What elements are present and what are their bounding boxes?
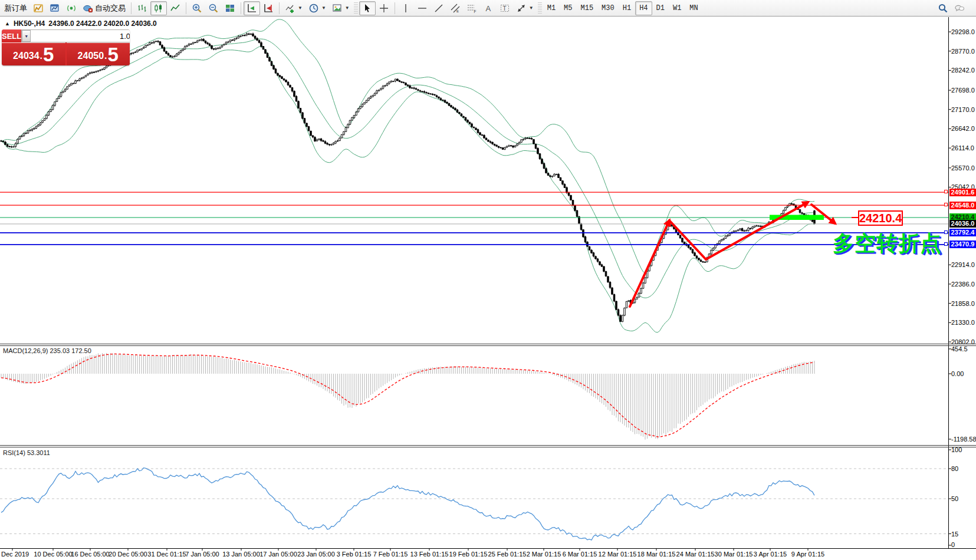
sell-price-pips: 5 [43, 46, 54, 64]
rsi-tick-label: 15 [951, 531, 958, 538]
order-line-label: 24901.6 [949, 189, 976, 196]
price-tick-label: 22914.0 [951, 261, 975, 269]
volume-input[interactable] [31, 30, 130, 42]
time-tick-label: 12 Mar 01:15 [599, 551, 637, 558]
time-tick-label: 23 Jan 05:00 [297, 551, 335, 558]
time-tick-label: 24 Mar 01:15 [676, 551, 715, 558]
rsi-tick-label: 80 [951, 465, 958, 473]
symbol-timeframe-label: HK50-,H4 [14, 19, 45, 28]
price-tick-label: 21330.0 [951, 319, 975, 327]
sell-price-tile[interactable]: 24034 . 5 [2, 42, 65, 65]
one-click-trading-panel: SELL ▼ ▲ BUY 24034 . 5 24050 . 5 [2, 29, 130, 65]
time-tick-label: 16 Dec 05:00 [71, 551, 109, 558]
order-line-label: 23792.4 [949, 229, 976, 236]
price-tick-label: 27698.0 [951, 87, 975, 94]
volume-stepper: ▼ ▲ [21, 29, 130, 42]
sell-price-main: 24034 [13, 48, 40, 64]
macd-tick-label: 454.5 [951, 345, 968, 353]
time-tick-label: 31 Dec 01:15 [147, 551, 186, 558]
chart-canvas[interactable] [0, 0, 976, 560]
price-tick-label: 21858.0 [951, 300, 975, 308]
order-line-label: 24036.0 [949, 220, 976, 228]
buy-price-tile[interactable]: 24050 . 5 [67, 42, 130, 65]
buy-price-pips: 5 [108, 46, 119, 64]
time-tick-label: 3 Feb 01:15 [337, 551, 372, 558]
sell-price-dot: . [40, 48, 42, 64]
order-line-anchor-icon[interactable] [944, 242, 948, 246]
price-tick-label: 26642.0 [951, 125, 975, 133]
time-tick-label: 6 Mar 01:15 [563, 551, 597, 558]
price-tick-label: 27170.0 [951, 106, 975, 114]
chart-window-title[interactable]: ▲ HK50-,H4 24396.0 24422.0 24020.0 24036… [5, 19, 157, 28]
time-tick-label: 13 Feb 01:15 [410, 551, 449, 558]
time-tick-label: 17 Jan 05:00 [259, 551, 297, 558]
order-line-anchor-icon[interactable] [944, 190, 948, 193]
rsi-tick-label: 0 [951, 541, 955, 549]
chart-area: ▲ HK50-,H4 24396.0 24422.0 24020.0 24036… [0, 17, 976, 560]
time-tick-label: 4 Dec 2019 [0, 551, 29, 558]
price-tick-label: 25570.0 [951, 164, 975, 172]
price-tick-label: 22386.0 [951, 281, 975, 288]
buy-price-dot: . [104, 48, 107, 64]
time-tick-label: 10 Dec 05:00 [34, 551, 72, 558]
time-tick-label: 19 Feb 01:15 [449, 551, 488, 558]
time-tick-label: 30 Mar 01:15 [715, 551, 753, 558]
order-line-anchor-icon[interactable] [944, 203, 948, 206]
time-tick-label: 20 Dec 05:00 [109, 551, 147, 558]
price-callout-box[interactable]: 24210.4 [858, 210, 903, 226]
price-tick-label: 28770.0 [951, 48, 975, 55]
ohlc-values: 24396.0 24422.0 24020.0 24036.0 [48, 19, 157, 28]
macd-tick-label: -1198.58 [951, 436, 976, 443]
price-tick-label: 28242.0 [951, 67, 975, 74]
rsi-indicator-label: RSI(14) 53.3011 [3, 449, 50, 456]
time-tick-label: 3 Apr 01:15 [754, 551, 787, 558]
price-tick-label: 29298.0 [951, 28, 975, 36]
order-line-anchor-icon[interactable] [944, 230, 948, 234]
time-tick-label: 2 Mar 01:15 [527, 551, 561, 558]
time-tick-label: 18 Mar 01:15 [637, 551, 676, 558]
time-tick-label: 25 Feb 01:15 [488, 551, 527, 558]
macd-tick-label: 0.00 [951, 370, 964, 378]
price-tick-label: 26114.0 [951, 144, 974, 152]
sell-button[interactable]: SELL [2, 29, 21, 42]
buy-price-main: 24050 [78, 48, 104, 64]
macd-indicator-label: MACD(12,26,9) 235.03 172.50 [3, 347, 91, 354]
turning-point-annotation[interactable]: 多空转折点 [833, 229, 942, 258]
volume-decrease-button[interactable]: ▼ [22, 30, 31, 42]
rsi-tick-label: 100 [951, 446, 962, 454]
rsi-tick-label: 50 [951, 495, 958, 503]
time-tick-label: 9 Apr 01:15 [791, 551, 824, 558]
time-tick-label: 13 Jan 05:00 [222, 551, 260, 558]
price-callout-connector [852, 217, 858, 218]
order-line-label: 23470.9 [949, 241, 976, 248]
time-tick-label: 7 Jan 05:00 [185, 551, 219, 558]
collapse-icon[interactable]: ▲ [5, 21, 10, 27]
order-line-label: 24548.0 [949, 202, 976, 209]
time-tick-label: 7 Feb 01:15 [373, 551, 408, 558]
mt4-window: 新订单 自动交易 [0, 0, 976, 560]
